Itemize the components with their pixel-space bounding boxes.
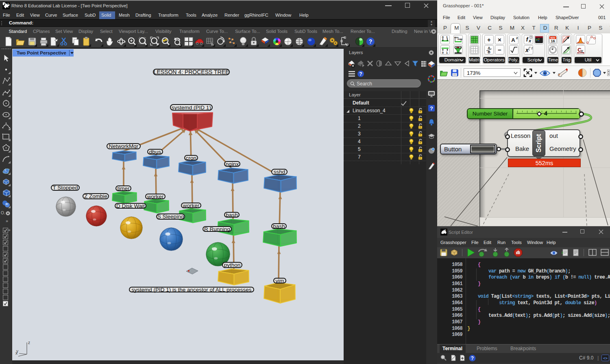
svg-text:−: − <box>498 46 501 53</box>
svg-text:?: ? <box>359 71 362 77</box>
svg-text:<>: <> <box>603 356 608 360</box>
svg-text:2: 2 <box>516 36 518 40</box>
svg-text:16: 16 <box>551 39 555 43</box>
svg-text:+: + <box>487 36 491 43</box>
svg-text:1: 1 <box>446 51 448 54</box>
svg-text:?: ? <box>471 355 474 361</box>
svg-text:8: 8 <box>445 229 446 231</box>
svg-text:x: x <box>528 38 532 43</box>
svg-text:1: 1 <box>446 36 448 39</box>
svg-text:?: ? <box>430 105 433 111</box>
svg-text:?: ? <box>369 38 373 45</box>
svg-text:max: max <box>458 38 463 40</box>
svg-text:B: B <box>488 50 490 54</box>
svg-text:A: A <box>511 37 515 43</box>
svg-text:x: x <box>525 47 529 53</box>
svg-text:0: 0 <box>442 51 444 54</box>
svg-text:0: 0 <box>442 36 444 39</box>
svg-text:8: 8 <box>7 2 9 5</box>
svg-text:×: × <box>498 36 501 43</box>
svg-text:x: x <box>580 48 583 53</box>
svg-text:2: 2 <box>531 46 533 50</box>
